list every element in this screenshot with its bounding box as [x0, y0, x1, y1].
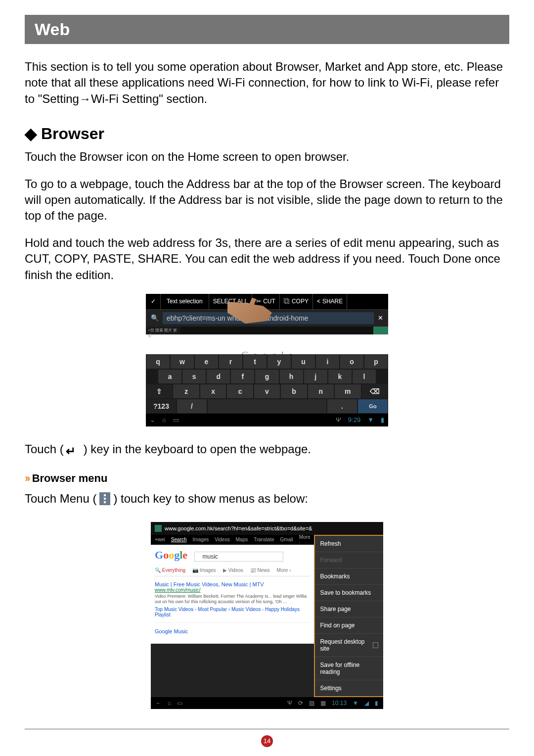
key-w[interactable]: w [171, 355, 194, 369]
key-y[interactable]: y [267, 355, 291, 369]
key-space[interactable] [208, 399, 326, 413]
menu-request-desktop[interactable]: Request desktop site [315, 634, 383, 657]
paragraph-3: Hold and touch the web address for 3s, t… [25, 235, 509, 283]
key-b[interactable]: b [281, 384, 307, 398]
recent-icon[interactable]: ▭ [177, 700, 182, 707]
key-go[interactable]: Go [358, 399, 388, 413]
favicon-icon [155, 525, 162, 532]
filter-3[interactable]: 📰 News [250, 567, 270, 573]
key-123[interactable]: ?123 [146, 399, 176, 413]
recent-icon[interactable]: ▭ [173, 416, 179, 424]
key-z[interactable]: z [173, 384, 199, 398]
google-tab-more ·[interactable]: More · [299, 534, 311, 545]
battery-icon: ▮ [381, 416, 384, 424]
menu-save-bookmarks[interactable]: Save to bookmarks [315, 585, 383, 601]
s2-address-bar[interactable]: www.google.com.hk/search?hl=en&safe=stri… [151, 522, 383, 535]
screenshot-browser-menu: www.google.com.hk/search?hl=en&safe=stri… [151, 522, 383, 709]
enter-key-icon: ↵ [66, 443, 82, 455]
google-tab-translate[interactable]: Translate [254, 537, 274, 542]
screenshot-text-selection: ✓ Text selection SELECT ALL ✂CUT ⿻COPY <… [146, 294, 388, 426]
google-logo-partial: G o o g l e [146, 334, 388, 354]
nav-bar: ⌄ ⌂ ▭ Ψ 9:29 ▼ ▮ [146, 414, 388, 426]
chevrons-icon: ›› [25, 472, 29, 484]
key-q[interactable]: q [146, 355, 170, 369]
key-d[interactable]: d [207, 370, 230, 383]
google-tab-gmail[interactable]: Gmail [280, 537, 293, 542]
wifi-icon: ▼ [367, 416, 374, 424]
search-filters[interactable]: 🔍 Everything📷 Images▶ Videos📰 NewsMore › [155, 565, 310, 576]
key-t[interactable]: t [243, 355, 267, 369]
key-⇧[interactable]: ⇧ [146, 384, 172, 398]
key-f[interactable]: f [231, 370, 254, 383]
sync-icon: ⟳ [298, 700, 303, 707]
diamond-icon: ◆ [25, 125, 37, 142]
key-e[interactable]: e [195, 355, 218, 369]
browser-overflow-menu: Refresh Forward Bookmarks Save to bookma… [314, 535, 383, 697]
google-tab-maps[interactable]: Maps [236, 537, 248, 542]
menu-settings[interactable]: Settings [315, 680, 383, 696]
key-l[interactable]: l [353, 370, 376, 383]
menu-forward: Forward [315, 552, 383, 568]
google-tab-videos[interactable]: Videos [215, 537, 229, 542]
usb-icon: Ψ [336, 416, 341, 424]
wifi-icon: ▼ [353, 700, 358, 707]
filter-0[interactable]: 🔍 Everything [155, 567, 185, 573]
key-u[interactable]: u [292, 355, 315, 369]
key-h[interactable]: h [280, 370, 303, 383]
google-tabs[interactable]: +weiSearchImagesVideosMapsTranslateGmail… [151, 535, 314, 545]
key-i[interactable]: i [316, 355, 339, 369]
key-c[interactable]: c [227, 384, 253, 398]
signal-icon: ◢ [364, 700, 369, 707]
keyboard[interactable]: qwertyuiop asdfghjkl ⇧zxcvbnm⌫ ?123 / . … [146, 354, 388, 414]
menu-share-page[interactable]: Share page [315, 601, 383, 617]
key-r[interactable]: r [219, 355, 242, 369]
page-number: 14 [261, 735, 273, 747]
back-icon[interactable]: ← [156, 700, 162, 707]
key-⌫[interactable]: ⌫ [362, 384, 388, 398]
google-tab-images[interactable]: Images [193, 537, 209, 542]
search-icon: 🔍 [151, 314, 159, 322]
menu-save-offline[interactable]: Save for offline reading [315, 657, 383, 680]
key-s[interactable]: s [182, 370, 206, 383]
tab-strip: +您 搜索 图片 更多 · [146, 327, 388, 334]
page-title-bar: Web [25, 15, 509, 44]
search-result-1[interactable]: Music | Free Music Videos, New Music | M… [155, 576, 310, 623]
key-m[interactable]: m [335, 384, 360, 398]
intro-text: This section is to tell you some operati… [25, 59, 509, 107]
copy-button[interactable]: ⿻COPY [280, 294, 313, 309]
key-o[interactable]: o [340, 355, 363, 369]
key-slash[interactable]: / [177, 399, 207, 413]
home-icon[interactable]: ⌂ [168, 700, 171, 707]
share-button[interactable]: <SHARE [313, 294, 347, 309]
menu-refresh[interactable]: Refresh [315, 536, 383, 552]
search-results-area: Google music 🔍 Everything📷 Images▶ Video… [151, 545, 314, 644]
search-input[interactable]: music [194, 552, 283, 562]
search-result-2[interactable]: Google Music [155, 623, 310, 640]
sd-icon: ▧ [309, 700, 314, 707]
google-tab-search[interactable]: Search [171, 537, 187, 542]
home-icon[interactable]: ⌂ [162, 416, 166, 424]
clear-icon[interactable]: ✕ [378, 314, 383, 322]
section-heading-browser: ◆Browser [25, 124, 509, 143]
menu-bookmarks[interactable]: Bookmarks [315, 568, 383, 585]
collapse-icon[interactable]: ⌄ [150, 416, 155, 424]
google-tab-+wei[interactable]: +wei [155, 537, 165, 542]
key-j[interactable]: j [304, 370, 327, 383]
touch-key-instruction: Touch ( ↵ ) key in the keyboard to open … [25, 441, 509, 457]
key-x[interactable]: x [200, 384, 226, 398]
page-footer: 14 [25, 729, 509, 747]
key-a[interactable]: a [158, 370, 181, 383]
key-n[interactable]: n [308, 384, 334, 398]
paragraph-1: Touch the Browser icon on the Home scree… [25, 149, 509, 165]
key-k[interactable]: k [328, 370, 352, 383]
key-dot[interactable]: . [327, 399, 357, 413]
key-g[interactable]: g [255, 370, 278, 383]
menu-find-on-page[interactable]: Find on page [315, 617, 383, 634]
filter-1[interactable]: 📷 Images [192, 567, 216, 573]
filter-2[interactable]: ▶ Videos [223, 567, 243, 573]
filter-4[interactable]: More › [277, 567, 291, 573]
key-v[interactable]: v [254, 384, 280, 398]
text-selection-toolbar: ✓ Text selection SELECT ALL ✂CUT ⿻COPY <… [146, 294, 388, 310]
key-p[interactable]: p [364, 355, 388, 369]
done-check-icon[interactable]: ✓ [146, 294, 161, 309]
